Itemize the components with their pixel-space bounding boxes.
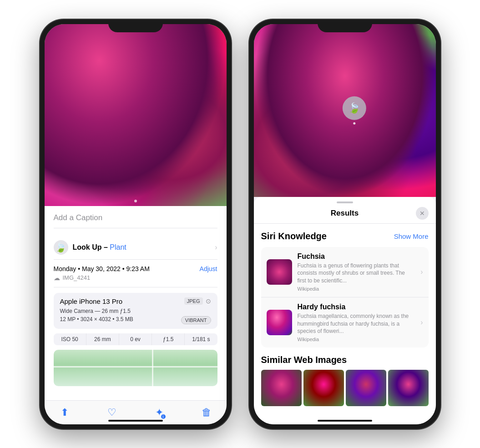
- camera-sub2: 12 MP • 3024 × 4032 • 3.5 MB VIBRANT: [60, 316, 211, 324]
- exif-focal: 26 mm: [86, 333, 119, 345]
- cloud-icon: ☁: [54, 274, 60, 282]
- lookup-icon-circle: 🍃: [54, 240, 68, 255]
- lookup-badge-icon: 🍃: [348, 102, 360, 114]
- share-button[interactable]: ⬆: [58, 406, 71, 419]
- flower-image-left: [45, 24, 227, 206]
- camera-badges: JPEG ⊙: [184, 297, 211, 305]
- similar-image-1[interactable]: [261, 370, 302, 406]
- camera-details: Wide Camera — 26 mm ƒ1.5: [60, 308, 211, 314]
- fuchsia-name: Fuchsia: [298, 252, 414, 261]
- similar-images-row: [261, 370, 429, 406]
- similar-image-3[interactable]: [346, 370, 386, 406]
- photo-details-panel: Add a Caption 🍃 Look Up – Plant › Monday…: [45, 206, 227, 400]
- home-indicator: [108, 420, 163, 422]
- hardy-chevron: ›: [420, 318, 423, 327]
- map-road-v: [152, 350, 153, 386]
- show-more-button[interactable]: Show More: [394, 232, 429, 240]
- right-photo-image[interactable]: 🍃: [254, 24, 436, 197]
- knowledge-item-fuchsia[interactable]: Fuchsia Fuchsia is a genus of flowering …: [261, 247, 429, 297]
- hardy-source: Wikipedia: [298, 337, 414, 342]
- photo-indicator: [134, 200, 137, 202]
- camera-header: Apple iPhone 13 Pro JPEG ⊙: [60, 297, 211, 305]
- filter-badge: VIBRANT: [181, 316, 211, 324]
- knowledge-card: Fuchsia Fuchsia is a genus of flowering …: [261, 247, 429, 348]
- hardy-name: Hardy fuchsia: [298, 303, 414, 311]
- camera-section: Apple iPhone 13 Pro JPEG ⊙ Wide Camera —…: [54, 293, 217, 329]
- location-icon: ⊙: [206, 297, 211, 305]
- photo-date: Monday • May 30, 2022 • 9:23 AM: [54, 265, 150, 272]
- delete-button[interactable]: 🗑: [200, 406, 213, 419]
- right-phone-screen: 🍃 Results ✕ Siri Knowledge Show More: [254, 24, 436, 424]
- siri-knowledge-title: Siri Knowledge: [261, 231, 327, 242]
- similar-image-2[interactable]: [303, 370, 344, 406]
- meta-date-row: Monday • May 30, 2022 • 9:23 AM Adjust: [54, 265, 217, 272]
- fuchsia-source: Wikipedia: [298, 286, 414, 292]
- format-badge: JPEG: [184, 297, 203, 305]
- similar-title: Similar Web Images: [261, 355, 429, 365]
- exif-row: ISO 50 26 mm 0 ev ƒ1.5 1/181 s: [54, 333, 217, 345]
- sheet-handle[interactable]: [337, 201, 353, 203]
- results-header: Results ✕: [254, 209, 436, 224]
- hardy-text: Hardy fuchsia Fuchsia magellanica, commo…: [298, 303, 414, 342]
- photo-image[interactable]: [45, 24, 227, 206]
- meta-section: Monday • May 30, 2022 • 9:23 AM Adjust ☁…: [54, 265, 217, 287]
- similar-image-4[interactable]: [388, 370, 429, 406]
- hardy-thumbnail: [267, 310, 292, 335]
- left-phone-screen: Add a Caption 🍃 Look Up – Plant › Monday…: [45, 24, 227, 424]
- fuchsia-thumbnail: [267, 259, 292, 285]
- exif-iso: ISO 50: [54, 333, 86, 345]
- exif-shutter: 1/181 s: [185, 333, 217, 345]
- caption-input[interactable]: Add a Caption: [54, 213, 217, 228]
- right-phone: 🍃 Results ✕ Siri Knowledge Show More: [249, 20, 440, 429]
- knowledge-item-hardy[interactable]: Hardy fuchsia Fuchsia magellanica, commo…: [261, 297, 429, 347]
- right-home-indicator: [318, 420, 372, 422]
- chevron-right-icon: ›: [215, 243, 217, 252]
- left-phone: Add a Caption 🍃 Look Up – Plant › Monday…: [40, 20, 231, 429]
- lookup-text: Look Up – Plant: [73, 243, 126, 252]
- visual-lookup-badge[interactable]: 🍃: [342, 96, 366, 120]
- photo-filename: IMG_4241: [63, 274, 91, 281]
- close-button[interactable]: ✕: [416, 207, 429, 220]
- results-body: Siri Knowledge Show More Fuchsia Fuchsia…: [254, 224, 436, 424]
- photo-filename-row: ☁ IMG_4241: [54, 274, 217, 282]
- fuchsia-text: Fuchsia Fuchsia is a genus of flowering …: [298, 252, 414, 292]
- exif-aperture: ƒ1.5: [152, 333, 185, 345]
- exif-ev: 0 ev: [119, 333, 152, 345]
- camera-model: Apple iPhone 13 Pro: [60, 297, 123, 305]
- siri-section-header: Siri Knowledge Show More: [261, 231, 429, 242]
- similar-section: Similar Web Images: [261, 355, 429, 406]
- fuchsia-desc: Fuchsia is a genus of flowering plants t…: [298, 262, 414, 285]
- info-button[interactable]: ✦ i: [153, 406, 166, 419]
- right-phone-notch: [318, 20, 372, 32]
- lookup-row[interactable]: 🍃 Look Up – Plant ›: [54, 236, 217, 260]
- results-sheet: Results ✕ Siri Knowledge Show More Fuchs…: [254, 197, 436, 424]
- fuchsia-chevron: ›: [420, 268, 423, 276]
- map-thumbnail[interactable]: [54, 350, 217, 386]
- leaf-icon: 🍃: [55, 242, 66, 253]
- map-road-h: [54, 366, 217, 367]
- phone-notch: [108, 20, 163, 32]
- heart-button[interactable]: ♡: [106, 406, 118, 419]
- hardy-desc: Fuchsia magellanica, commonly known as t…: [298, 312, 414, 335]
- results-title: Results: [331, 209, 359, 218]
- lookup-badge-dot: [353, 122, 355, 124]
- adjust-button[interactable]: Adjust: [200, 265, 217, 272]
- camera-resolution: 12 MP • 3024 × 4032 • 3.5 MB: [60, 316, 133, 322]
